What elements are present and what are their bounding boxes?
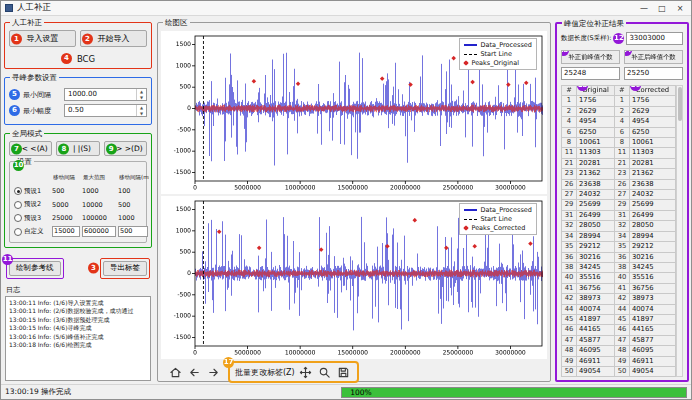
spinner-arrows-icon[interactable] — [136, 89, 146, 100]
batch-edit-label[interactable]: 批量更改标签(Z) — [235, 367, 295, 378]
preset-radio[interactable] — [14, 201, 22, 209]
peak-value-cell[interactable]: 35516 — [577, 273, 615, 283]
peak-value-cell[interactable]: 28050 — [577, 221, 615, 231]
peaks-table-row[interactable]: 48460954846095 — [562, 346, 676, 356]
peaks-table-row[interactable]: 23213622321362 — [562, 169, 676, 179]
peak-index-cell[interactable]: 38 — [614, 262, 629, 272]
log-area[interactable]: 13:00:11 Info: (1/6)导入设置完成13:00:11 Info:… — [5, 296, 151, 382]
peak-index-cell[interactable]: 48 — [562, 346, 577, 356]
peak-index-cell[interactable]: 34 — [614, 231, 629, 241]
peak-index-cell[interactable]: 46 — [614, 325, 629, 335]
start-import-button[interactable]: 2 开始导入 — [80, 30, 147, 47]
mode-next-button[interactable]: 9 > >(D) — [104, 141, 147, 156]
peak-index-cell[interactable]: 11 — [614, 148, 629, 158]
peak-index-cell[interactable]: 40 — [614, 273, 629, 283]
peak-value-cell[interactable]: 29212 — [629, 242, 675, 252]
pan-icon[interactable] — [298, 364, 314, 380]
peak-value-cell[interactable]: 34245 — [577, 262, 615, 272]
peak-value-cell[interactable]: 26499 — [577, 210, 615, 220]
peak-value-cell[interactable]: 45877 — [629, 335, 675, 345]
peak-index-cell[interactable]: 41 — [562, 283, 577, 293]
peak-value-cell[interactable]: 28994 — [577, 231, 615, 241]
peaks-table-row[interactable]: 36302163630216 — [562, 252, 676, 262]
peak-index-cell[interactable]: 21 — [562, 158, 577, 168]
peak-value-cell[interactable]: 45877 — [577, 335, 615, 345]
peak-index-cell[interactable]: 46 — [562, 325, 577, 335]
peak-value-cell[interactable]: 21362 — [629, 169, 675, 179]
min-amplitude-spinbox[interactable]: 0.50 — [64, 104, 147, 117]
preset-radio[interactable] — [14, 187, 22, 195]
peak-index-cell[interactable]: 2 — [562, 106, 577, 116]
peak-index-cell[interactable]: 32 — [562, 221, 577, 231]
peak-index-cell[interactable]: 45 — [562, 314, 577, 324]
peak-index-cell[interactable]: 50 — [614, 366, 629, 376]
peaks-table-row[interactable]: 31264993126499 — [562, 210, 676, 220]
peak-value-cell[interactable]: 40074 — [577, 304, 615, 314]
preset-value[interactable]: 500 — [118, 226, 148, 237]
peak-value-cell[interactable]: 2629 — [629, 106, 675, 116]
back-icon[interactable] — [186, 364, 202, 380]
peak-index-cell[interactable]: 32 — [614, 221, 629, 231]
peak-index-cell[interactable]: 4 — [562, 117, 577, 127]
peak-value-cell[interactable]: 23638 — [577, 179, 615, 189]
peak-index-cell[interactable]: 47 — [562, 335, 577, 345]
peak-index-cell[interactable]: 35 — [614, 242, 629, 252]
peak-value-cell[interactable]: 21362 — [577, 169, 615, 179]
peak-index-cell[interactable]: 42 — [614, 294, 629, 304]
peak-index-cell[interactable]: 26 — [614, 179, 629, 189]
scrollbar-thumb[interactable] — [678, 87, 683, 121]
peak-index-cell[interactable]: 29 — [562, 200, 577, 210]
peaks-table-row[interactable]: 41367564136756 — [562, 283, 676, 293]
peak-index-cell[interactable]: 47 — [614, 335, 629, 345]
peak-value-cell[interactable]: 28994 — [629, 231, 675, 241]
peak-value-cell[interactable]: 49054 — [577, 366, 615, 376]
peaks-table-row[interactable]: 50490545049054 — [562, 366, 676, 376]
peak-index-cell[interactable]: 49 — [614, 356, 629, 366]
table-scrollbar[interactable] — [676, 85, 683, 377]
peaks-table-row[interactable]: 2262922629 — [562, 106, 676, 116]
peaks-table-row[interactable]: 49469114946911 — [562, 356, 676, 366]
peak-index-cell[interactable]: 2 — [614, 106, 629, 116]
peak-value-cell[interactable]: 41897 — [629, 314, 675, 324]
peak-value-cell[interactable]: 10061 — [629, 138, 675, 148]
preset-radio[interactable] — [14, 214, 22, 222]
min-interval-spinbox[interactable]: 1000.00 — [64, 88, 147, 101]
peak-index-cell[interactable]: 42 — [562, 294, 577, 304]
peak-value-cell[interactable]: 38973 — [629, 294, 675, 304]
draw-refline-button[interactable]: 绘制参考线 — [9, 261, 61, 276]
minimize-button[interactable]: — — [635, 4, 653, 13]
peak-index-cell[interactable]: 50 — [562, 366, 577, 376]
peak-value-cell[interactable]: 46911 — [629, 356, 675, 366]
peak-value-cell[interactable]: 23638 — [629, 179, 675, 189]
peak-value-cell[interactable]: 26499 — [629, 210, 675, 220]
peak-index-cell[interactable]: 44 — [562, 304, 577, 314]
peak-index-cell[interactable]: 29 — [614, 200, 629, 210]
peak-index-cell[interactable]: 26 — [562, 179, 577, 189]
peak-index-cell[interactable]: 11 — [562, 148, 577, 158]
peak-value-cell[interactable]: 4954 — [577, 117, 615, 127]
peaks-table-row[interactable]: 810061810061 — [562, 138, 676, 148]
export-labels-button[interactable]: 导出标签 — [103, 261, 147, 276]
preset-value[interactable]: 600000 — [82, 226, 116, 237]
peaks-table-row[interactable]: 29256992925699 — [562, 200, 676, 210]
peaks-table-row[interactable]: 6625066250 — [562, 127, 676, 137]
peak-value-cell[interactable]: 36756 — [629, 283, 675, 293]
peak-value-cell[interactable]: 35516 — [629, 273, 675, 283]
peak-index-cell[interactable]: 48 — [614, 346, 629, 356]
peaks-table-row[interactable]: 38342453834245 — [562, 262, 676, 272]
peak-index-cell[interactable]: 45 — [614, 314, 629, 324]
peaks-table-row[interactable]: 4495444954 — [562, 117, 676, 127]
peak-index-cell[interactable]: 44 — [614, 304, 629, 314]
zoom-icon[interactable] — [317, 364, 333, 380]
peak-value-cell[interactable]: 2629 — [577, 106, 615, 116]
peak-value-cell[interactable]: 49054 — [629, 366, 675, 376]
mode-prev-button[interactable]: 7 < <(A) — [9, 141, 52, 156]
peaks-table-row[interactable]: 42389734238973 — [562, 294, 676, 304]
peak-index-cell[interactable]: 23 — [614, 169, 629, 179]
peak-value-cell[interactable]: 44165 — [577, 325, 615, 335]
peak-value-cell[interactable]: 40074 — [629, 304, 675, 314]
mode-stop-button[interactable]: 8 | |(S) — [56, 141, 99, 156]
peak-index-cell[interactable]: 8 — [614, 138, 629, 148]
peak-value-cell[interactable]: 11303 — [629, 148, 675, 158]
peak-value-cell[interactable]: 29212 — [577, 242, 615, 252]
